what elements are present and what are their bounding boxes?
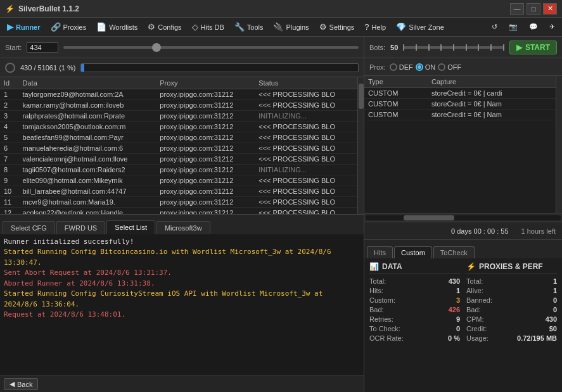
chat-button[interactable]: 💬 (525, 21, 542, 33)
cell-data: beatlesfan99@hotmail.com:Payr (19, 132, 156, 143)
mark-4 (440, 44, 442, 51)
bots-slider-marks (403, 44, 504, 51)
cell-status: <<< PROCESSING BLO (255, 143, 357, 154)
total-val: 430 (449, 277, 460, 285)
menu-tools-label: Tools (247, 23, 264, 31)
pp-banned-val: 0 (553, 296, 557, 304)
prox-on-radio (416, 63, 423, 71)
cell-proxy: proxy.ipipgo.com:31212 (156, 186, 255, 197)
rtab-custom[interactable]: Custom (394, 246, 432, 258)
configs-icon: ⚙ (148, 22, 155, 32)
rtab-tocheck[interactable]: ToCheck (433, 246, 475, 258)
prox-def-radio (390, 63, 397, 71)
start-button[interactable]: ▶ START (509, 41, 557, 54)
menu-proxies[interactable]: 🔗 Proxies (46, 20, 91, 34)
col-proxy: Proxy (156, 77, 255, 89)
tab-fwrd-us[interactable]: FWRD US (56, 221, 105, 234)
prog-bar (80, 63, 359, 72)
cell-proxy: proxy.ipipgo.com:31212 (156, 89, 255, 100)
hits-row: CUSTOM storeCredit = 0€ | Nam (364, 110, 556, 120)
pp-bad: Bad: 0 (466, 306, 557, 313)
proxperf-icon: ⚡ (466, 262, 476, 271)
table-row: 6manuelaheredia@hotmail.com:6proxy.ipipg… (0, 143, 357, 154)
bots-label: Bots: (369, 44, 385, 51)
menu-plugins[interactable]: 🔌 Plugins (269, 20, 313, 34)
start-slider[interactable] (63, 46, 359, 49)
minimize-button[interactable]: — (510, 3, 524, 15)
menu-runner[interactable]: ▶ Runner (3, 20, 45, 34)
menu-silverzone[interactable]: 💎 Silver Zone (392, 20, 449, 34)
chat-icon: 💬 (529, 23, 538, 31)
table-row: 9elite090@hotmail.com:Mikeymikproxy.ipip… (0, 175, 357, 186)
cell-id: 6 (0, 143, 19, 154)
back-icon: ◀ (10, 380, 15, 388)
back-btn-row: ◀ Back (0, 376, 364, 392)
cell-data: tagii0507@hotmail.com:Raiders2 (19, 165, 156, 175)
pp-alive-label: Alive: (466, 287, 483, 294)
back-label: Back (17, 381, 32, 388)
custom-label: Custom: (369, 296, 395, 304)
col-status: Status (255, 77, 357, 89)
cell-status: <<< PROCESSING BLO (255, 208, 357, 214)
progress-bar-row: 430 / 51061 (1 %) (0, 58, 364, 77)
prox-label: Prox: (369, 63, 386, 71)
telegram-button[interactable]: ✈ (545, 21, 559, 33)
mark-9 (503, 44, 504, 51)
hits-scrollbar-v[interactable] (556, 76, 562, 213)
log-line-4: Aborted Runner at 2024/8/6 13:31:38. (4, 279, 360, 289)
cell-id: 7 (0, 154, 19, 165)
stats-bad: Bad: 426 (369, 306, 460, 313)
prox-def[interactable]: DEF (390, 63, 413, 71)
cell-id: 11 (0, 197, 19, 208)
back-button[interactable]: ◀ Back (4, 378, 38, 390)
cell-status: <<< PROCESSING BLO (255, 132, 357, 143)
cell-proxy: proxy.ipipgo.com:31212 (156, 165, 255, 175)
cell-id: 9 (0, 175, 19, 186)
data-stats-col: 📊 DATA Total: 430 Hits: 1 Custom: 3 Bad: (369, 262, 460, 388)
prox-on[interactable]: ON (416, 63, 436, 71)
cell-proxy: proxy.ipipgo.com:31212 (156, 100, 255, 111)
mark-6 (466, 44, 467, 51)
right-prox-row: Prox: DEF ON OFF (364, 58, 562, 76)
menu-settings[interactable]: ⚙ Settings (315, 20, 359, 34)
menu-wordlists-label: Wordlists (109, 23, 137, 31)
cell-data: acolson22@outlook.com:Handle (19, 208, 156, 214)
close-button[interactable]: ✕ (543, 3, 557, 15)
timer-row: 0 days 00 : 00 : 55 1 hours left (364, 222, 562, 239)
table-row: 2kamar.ramy@hotmail.com:ilovebproxy.ipip… (0, 100, 357, 111)
tab-select-list[interactable]: Select List (106, 220, 155, 234)
data-table-scroll: Id Data Proxy Status 1taylorgomez09@hotm… (0, 77, 357, 214)
pp-total: Total: 1 (466, 277, 557, 285)
data-stats-icon: 📊 (369, 262, 379, 271)
title-bar: ⚡ SilverBullet 1.1.2 — □ ✕ (0, 0, 562, 18)
hits-hscroll[interactable] (364, 213, 562, 222)
menu-configs[interactable]: ⚙ Configs (143, 20, 186, 34)
table-scrollbar-v[interactable] (357, 77, 364, 214)
log-line-3: Sent Abort Request at 2024/8/6 13:31:37. (4, 268, 360, 279)
rtab-hits[interactable]: Hits (367, 246, 393, 258)
hitsdb-icon: ◇ (192, 22, 198, 32)
start-input[interactable] (27, 42, 58, 53)
maximize-button[interactable]: □ (527, 3, 540, 15)
menu-wordlists[interactable]: 📄 Wordlists (92, 20, 142, 34)
pp-cpm: CPM: 430 (466, 315, 557, 323)
pp-usage-label: Usage: (466, 334, 489, 342)
hits-table-container: Type Capture CUSTOM storeCredit = 0€ | c… (364, 76, 562, 222)
history-button[interactable]: ↺ (487, 21, 502, 33)
menu-help[interactable]: ? Help (360, 20, 390, 34)
menu-tools[interactable]: 🔧 Tools (230, 20, 268, 34)
cell-id: 12 (0, 208, 19, 214)
prox-off[interactable]: OFF (438, 63, 461, 71)
tab-select-cfg[interactable]: Select CFG (3, 221, 55, 234)
menu-silverzone-label: Silver Zone (409, 23, 444, 31)
data-stats-title: DATA (382, 262, 402, 271)
cell-data: tomjackson2005@outlook.com:m (19, 122, 156, 132)
cell-proxy: proxy.ipipgo.com:31212 (156, 154, 255, 165)
menu-hitsdb[interactable]: ◇ Hits DB (188, 20, 229, 34)
help-icon: ? (364, 22, 369, 32)
tab-microsoft3w[interactable]: Microsoft3w (156, 221, 210, 234)
cell-status: <<< PROCESSING BLO (255, 175, 357, 186)
menu-hitsdb-label: Hits DB (201, 23, 224, 31)
bots-slider[interactable] (403, 46, 504, 49)
camera-button[interactable]: 📷 (504, 21, 522, 33)
